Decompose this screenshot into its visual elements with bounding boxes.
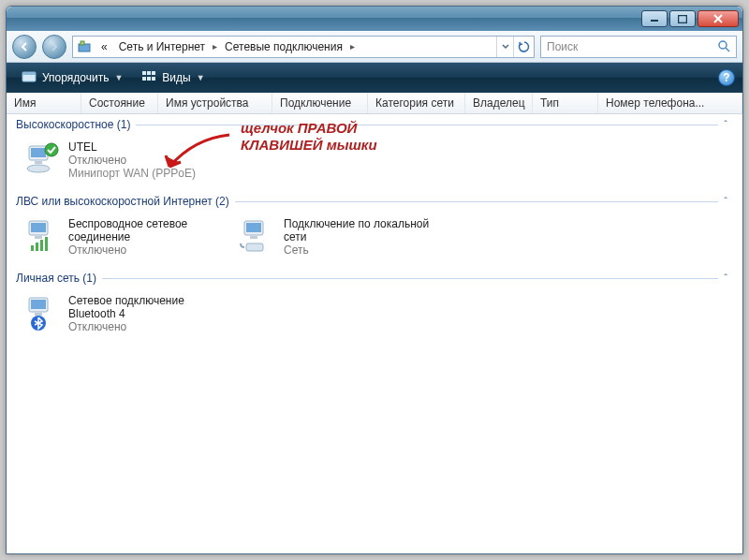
svg-rect-22 (31, 245, 34, 251)
svg-rect-25 (45, 237, 48, 251)
breadcrumb-separator-icon: ▸ (348, 41, 357, 52)
collapse-icon[interactable]: ˆ (718, 273, 733, 284)
svg-rect-27 (246, 223, 261, 232)
item-device: Минипорт WAN (PPPoE) (68, 167, 196, 180)
connection-icon (239, 217, 276, 255)
chevron-down-icon: ▼ (197, 73, 205, 82)
search-placeholder: Поиск (547, 40, 578, 53)
svg-rect-15 (31, 148, 46, 157)
svg-point-17 (27, 165, 50, 172)
close-button[interactable] (698, 10, 739, 27)
svg-rect-16 (35, 161, 42, 164)
views-icon (141, 69, 156, 87)
organize-label: Упорядочить (42, 71, 109, 84)
connection-icon (23, 217, 61, 255)
maximize-button[interactable] (669, 10, 696, 27)
group-header-pan[interactable]: Личная сеть (1) ˆ (7, 270, 742, 287)
views-label: Виды (162, 71, 190, 84)
command-bar: Упорядочить ▼ Виды ▼ ? (7, 63, 742, 93)
search-icon (717, 39, 732, 57)
titlebar (7, 7, 742, 31)
svg-rect-29 (246, 243, 263, 251)
item-name: Сетевое подключение Bluetooth 4 (68, 294, 231, 320)
col-owner[interactable]: Владелец (465, 93, 533, 113)
breadcrumb-seg-connections[interactable]: Сетевые подключения (219, 37, 348, 57)
svg-rect-10 (152, 71, 155, 75)
svg-rect-0 (651, 20, 658, 22)
svg-rect-13 (152, 77, 155, 81)
item-status: Отключено (68, 154, 196, 167)
collapse-icon[interactable]: ˆ (718, 196, 733, 207)
svg-rect-9 (147, 71, 151, 75)
col-type[interactable]: Тип (533, 93, 598, 113)
group-header-lan[interactable]: ЛВС или высокоскоростной Интернет (2) ˆ (7, 193, 742, 210)
column-headers: Имя Состояние Имя устройства Подключение… (7, 93, 742, 114)
col-device[interactable]: Имя устройства (158, 93, 272, 113)
svg-rect-1 (679, 15, 687, 22)
svg-rect-20 (31, 223, 46, 232)
connection-item-wifi[interactable]: Беспроводное сетевое соединение Отключен… (20, 214, 235, 260)
breadcrumb-prefix[interactable]: « (95, 37, 113, 57)
back-button[interactable] (12, 35, 37, 59)
svg-rect-21 (35, 236, 42, 239)
col-category[interactable]: Категория сети (368, 93, 465, 113)
collapse-icon[interactable]: ˆ (718, 119, 733, 130)
group-header-broadband[interactable]: Высокоскоростное (1) ˆ (7, 116, 742, 133)
item-status: Отключено (68, 320, 231, 333)
refresh-button[interactable] (513, 37, 534, 57)
connection-item-lan[interactable]: Подключение по локальной сети Сеть (235, 214, 450, 260)
connection-icon (23, 140, 61, 178)
col-conn[interactable]: Подключение (272, 93, 368, 113)
organize-button[interactable]: Упорядочить ▼ (14, 66, 130, 91)
svg-rect-3 (81, 41, 84, 45)
svg-rect-7 (22, 72, 36, 75)
svg-rect-23 (36, 243, 38, 251)
item-name: Беспроводное сетевое соединение (68, 217, 231, 243)
navbar: « Сеть и Интернет ▸ Сетевые подключения … (7, 31, 742, 63)
item-status: Сеть (284, 243, 447, 257)
explorer-window: « Сеть и Интернет ▸ Сетевые подключения … (6, 6, 743, 554)
svg-rect-31 (31, 300, 46, 309)
col-phone[interactable]: Номер телефона... (598, 93, 742, 113)
svg-rect-11 (142, 77, 146, 81)
item-status: Отключено (68, 243, 231, 257)
connection-item-bluetooth[interactable]: Сетевое подключение Bluetooth 4 Отключен… (20, 290, 235, 337)
col-state[interactable]: Состояние (81, 93, 158, 113)
breadcrumb-separator-icon: ▸ (211, 41, 219, 52)
location-icon (75, 37, 94, 56)
organize-icon (22, 69, 37, 87)
help-button[interactable]: ? (718, 69, 735, 86)
content-area: Высокоскоростное (1) ˆ UTEL (7, 114, 742, 553)
search-input[interactable]: Поиск (540, 36, 737, 58)
address-bar[interactable]: « Сеть и Интернет ▸ Сетевые подключения … (72, 36, 535, 58)
svg-line-5 (726, 48, 729, 52)
connection-icon (23, 294, 61, 332)
forward-button[interactable] (42, 35, 66, 59)
svg-point-4 (719, 41, 727, 49)
svg-rect-8 (142, 71, 146, 75)
breadcrumb-seg-network[interactable]: Сеть и Интернет (113, 37, 211, 57)
col-name[interactable]: Имя (7, 93, 81, 113)
chevron-down-icon: ▼ (114, 73, 123, 82)
address-dropdown-button[interactable] (496, 37, 513, 57)
minimize-button[interactable] (641, 10, 668, 27)
connection-item-utel[interactable]: UTEL Отключено Минипорт WAN (PPPoE) (20, 137, 235, 184)
svg-rect-32 (35, 313, 42, 316)
item-name: Подключение по локальной сети (284, 217, 447, 243)
svg-rect-28 (250, 236, 257, 239)
group-title: Высокоскоростное (1) (16, 118, 130, 131)
svg-rect-12 (147, 77, 151, 81)
svg-rect-24 (40, 240, 43, 251)
svg-point-18 (45, 143, 58, 156)
group-title: Личная сеть (1) (16, 272, 96, 285)
group-title: ЛВС или высокоскоростной Интернет (2) (16, 195, 229, 208)
views-button[interactable]: Виды ▼ (134, 66, 212, 91)
item-name: UTEL (68, 140, 196, 154)
